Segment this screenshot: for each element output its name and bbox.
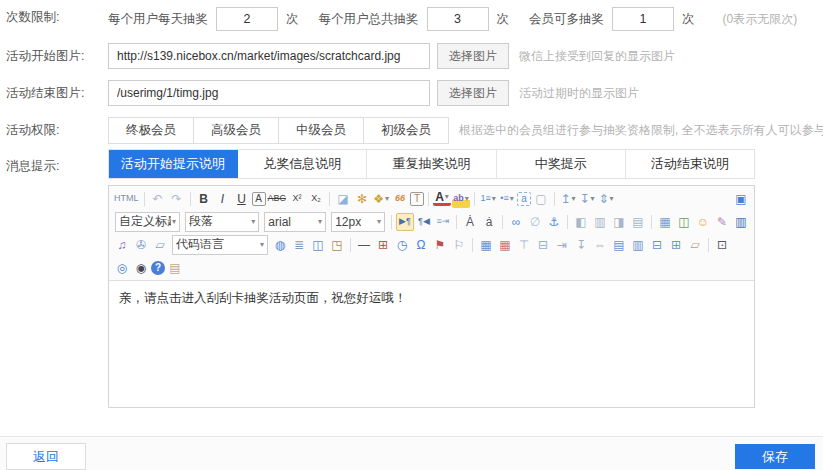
toolbar-separator [456, 215, 457, 229]
bold-icon[interactable]: B [195, 190, 213, 208]
unordered-list-icon[interactable]: •≡▾ [498, 190, 516, 208]
link-icon[interactable]: ∞ [507, 213, 525, 231]
image-float-left-icon[interactable]: ◧ [572, 213, 590, 231]
tab-redeem-info[interactable]: 兑奖信息说明 [238, 150, 367, 178]
baidu-map-icon[interactable]: ⚑ [431, 236, 449, 254]
search-replace-icon[interactable]: ◎ [113, 259, 131, 277]
table-caption-icon[interactable]: ⊤ [515, 236, 533, 254]
merge-cells-down-icon[interactable]: ↧ [572, 236, 590, 254]
image-block-icon[interactable]: ▤ [629, 213, 647, 231]
delete-table-icon[interactable]: ▦ [496, 236, 514, 254]
highlight-color-icon[interactable]: ab▾ [452, 190, 470, 208]
redo-icon[interactable]: ↷ [168, 190, 186, 208]
merge-cells-right-icon[interactable]: ⇥ [553, 236, 571, 254]
insert-iframe-icon[interactable]: ▱ [151, 236, 169, 254]
paragraph-space-top-icon[interactable]: ↥▾ [559, 190, 577, 208]
image-manager-icon[interactable]: ◫ [675, 213, 693, 231]
anchor-icon[interactable]: a [517, 192, 531, 206]
anchor-insert-icon[interactable]: ⚓ [545, 213, 563, 231]
page-break-icon[interactable]: ▱ [686, 236, 704, 254]
total-draw-input[interactable] [427, 7, 489, 31]
emoji-icon[interactable]: ☺ [694, 213, 712, 231]
underline-icon[interactable]: U [233, 190, 251, 208]
table-title-row-icon[interactable]: ⊟ [534, 236, 552, 254]
delete-col-icon[interactable]: ⊞ [667, 236, 685, 254]
font-family-select[interactable]: arial▾ [264, 212, 326, 232]
tab-activity-end[interactable]: 活动结束说明 [626, 150, 754, 178]
line-spacing-icon[interactable]: ⇕▾ [597, 190, 615, 208]
subscript-icon[interactable]: X₂ [307, 190, 325, 208]
special-char-icon[interactable]: Ω [412, 236, 430, 254]
editor-toolbar-row-3: ♫✇▱代码语言▾◍≣◫◳—⊞◷Ω⚑⚐▦▦⊤⊟⇥↧⇔▤▥⊟⊞▱⊡ [111, 233, 752, 256]
preview-fullscreen-icon[interactable]: ▣ [732, 190, 750, 208]
help-icon[interactable]: ? [151, 261, 165, 275]
paragraph-space-bottom-icon[interactable]: ↧▾ [578, 190, 596, 208]
split-cell-icon[interactable]: ⇔ [591, 236, 609, 254]
paste-as-text-icon[interactable]: T [410, 192, 424, 206]
template-icon[interactable]: ≣ [290, 236, 308, 254]
insert-image-icon[interactable]: ▦ [656, 213, 674, 231]
snapshot-icon[interactable]: ◳ [328, 236, 346, 254]
scrawl-icon[interactable]: ✎ [713, 213, 731, 231]
undo-icon[interactable]: ↶ [149, 190, 167, 208]
insert-time-icon[interactable]: ◷ [393, 236, 411, 254]
member-group-button-middle[interactable]: 中级会员 [278, 117, 364, 144]
print-icon[interactable]: ⊡ [713, 236, 731, 254]
unlink-icon[interactable]: ∅ [526, 213, 544, 231]
back-button[interactable]: 返回 [6, 443, 86, 470]
horizontal-rule-icon[interactable]: — [355, 236, 373, 254]
insert-code-icon[interactable]: ◍ [271, 236, 289, 254]
ltr-paragraph-icon[interactable]: ▶¶ [396, 213, 414, 231]
to-lowercase-icon[interactable]: ȧ [480, 213, 498, 231]
format-brush-icon[interactable]: ✻ [353, 190, 371, 208]
delete-row-icon[interactable]: ⊟ [648, 236, 666, 254]
tab-repeat-draw[interactable]: 重复抽奖说明 [367, 150, 496, 178]
start-image-input[interactable] [108, 43, 430, 69]
start-image-pick-button[interactable]: 选择图片 [437, 43, 509, 69]
attachment-icon[interactable]: ✇ [132, 236, 150, 254]
rtl-paragraph-icon[interactable]: ¶◀ [415, 213, 433, 231]
to-uppercase-icon[interactable]: Ȧ [461, 213, 479, 231]
save-button[interactable]: 保存 [735, 444, 815, 469]
font-color-icon[interactable]: A▾ [433, 191, 451, 206]
google-map-icon[interactable]: ⚐ [450, 236, 468, 254]
html-source-icon[interactable]: HTML [113, 190, 140, 208]
insert-video-icon[interactable]: ▥ [732, 213, 750, 231]
total-draw-label: 每个用户总共抽奖 [319, 11, 419, 28]
total-draw-unit: 次 [497, 11, 510, 28]
insert-col-icon[interactable]: ▥ [629, 236, 647, 254]
music-icon[interactable]: ♫ [113, 236, 131, 254]
paragraph-select[interactable]: 段落▾ [185, 212, 259, 232]
code-language-select[interactable]: 代码语言▾ [172, 235, 268, 255]
indent-icon[interactable]: ≡⇥ [434, 213, 452, 231]
columns-icon[interactable]: ◫ [309, 236, 327, 254]
end-image-input[interactable] [108, 80, 430, 106]
insert-row-icon[interactable]: ▤ [610, 236, 628, 254]
editor-content[interactable]: 亲，请点击进入刮刮卡抽奖活动页面，祝您好运哦！ [109, 281, 754, 407]
end-image-pick-button[interactable]: 选择图片 [437, 80, 509, 106]
heading-select[interactable]: 自定义标题▾ [115, 212, 180, 232]
image-inline-icon[interactable]: ▥ [591, 213, 609, 231]
auto-typeset-icon[interactable]: ❖▾ [372, 190, 390, 208]
paste-icon[interactable]: ▤ [166, 259, 184, 277]
strikethrough-icon[interactable]: ABC [267, 190, 288, 208]
ordered-list-icon[interactable]: 1≡▾ [479, 190, 497, 208]
font-size-select[interactable]: 12px▾ [331, 212, 385, 232]
member-extra-draw-input[interactable] [612, 7, 674, 31]
eraser-icon[interactable]: ◪ [334, 190, 352, 208]
member-group-button-senior[interactable]: 高级会员 [193, 117, 279, 144]
insert-date-icon[interactable]: ⊞ [374, 236, 392, 254]
superscript-icon[interactable]: X² [288, 190, 306, 208]
bordered-text-icon[interactable]: A [252, 192, 266, 206]
image-float-right-icon[interactable]: ◨ [610, 213, 628, 231]
daily-draw-input[interactable] [216, 7, 278, 31]
blockquote-icon[interactable]: 66 [391, 190, 409, 208]
member-group-button-junior[interactable]: 初级会员 [363, 117, 449, 144]
blank-doc-icon[interactable]: ▢ [532, 190, 550, 208]
tab-activity-start-prompt[interactable]: 活动开始提示说明 [109, 150, 238, 178]
find-icon[interactable]: ◉ [132, 259, 150, 277]
insert-table-icon[interactable]: ▦ [477, 236, 495, 254]
italic-icon[interactable]: I [214, 190, 232, 208]
member-group-button-ultimate[interactable]: 终极会员 [108, 117, 194, 144]
tab-win-prompt[interactable]: 中奖提示 [497, 150, 626, 178]
